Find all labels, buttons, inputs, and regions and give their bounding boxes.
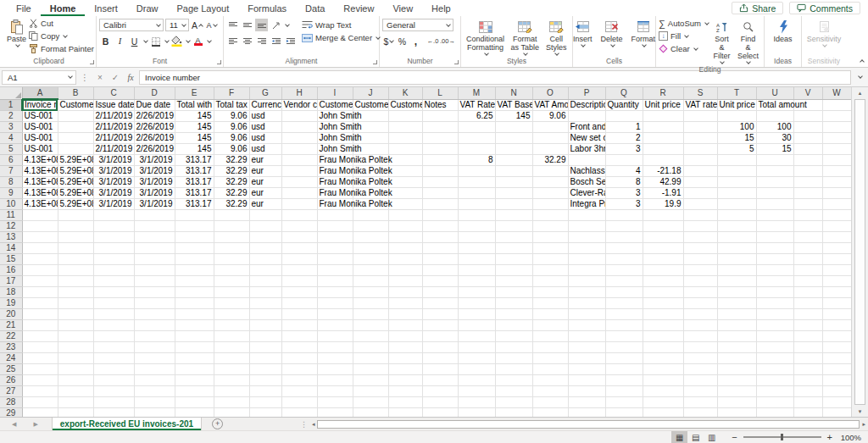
cell-M9[interactable] <box>458 188 495 199</box>
comments-button[interactable]: Comments <box>789 2 860 14</box>
cell-S3[interactable] <box>683 122 717 133</box>
row-header-12[interactable]: 12 <box>0 221 22 232</box>
cell-V15[interactable] <box>793 254 822 265</box>
cell-L24[interactable] <box>422 353 458 364</box>
cell-F16[interactable] <box>214 265 249 276</box>
tab-view[interactable]: View <box>383 0 422 16</box>
cell-H26[interactable] <box>281 375 317 386</box>
tab-page-layout[interactable]: Page Layout <box>167 0 238 16</box>
cell-G1[interactable]: Currency <box>249 99 281 111</box>
cell-C12[interactable] <box>93 221 134 232</box>
cell-H15[interactable] <box>281 254 317 265</box>
cell-D6[interactable]: 3/1/2019 <box>134 155 175 166</box>
fill-button[interactable]: ↓ Fill <box>659 30 709 42</box>
tab-help[interactable]: Help <box>422 0 460 16</box>
cell-H11[interactable] <box>281 210 317 221</box>
cell-R9[interactable]: -1.91 <box>643 188 683 199</box>
cell-I21[interactable] <box>317 320 353 331</box>
zoom-slider-thumb[interactable] <box>781 434 783 440</box>
cell-C21[interactable] <box>93 320 134 331</box>
cell-G5[interactable]: usd <box>249 144 281 155</box>
cell-F8[interactable]: 32.29 <box>214 177 249 188</box>
cell-W17[interactable] <box>822 276 851 287</box>
cell-E6[interactable]: 313.17 <box>175 155 214 166</box>
cell-T18[interactable] <box>717 287 756 298</box>
cell-N14[interactable] <box>495 243 532 254</box>
cell-I29[interactable] <box>317 408 353 418</box>
cell-W9[interactable] <box>822 188 851 199</box>
cell-A12[interactable] <box>22 221 58 232</box>
row-header-22[interactable]: 22 <box>0 331 22 342</box>
cell-N2[interactable]: 145 <box>495 111 532 122</box>
cell-D7[interactable]: 3/1/2019 <box>134 166 175 177</box>
cell-D20[interactable] <box>134 309 175 320</box>
cell-P21[interactable] <box>568 320 605 331</box>
cell-A24[interactable] <box>22 353 58 364</box>
cell-N3[interactable] <box>495 122 532 133</box>
cell-E12[interactable] <box>175 221 214 232</box>
cell-F20[interactable] <box>214 309 249 320</box>
cell-G20[interactable] <box>249 309 281 320</box>
zoom-level[interactable]: 100% <box>832 433 861 442</box>
cell-D17[interactable] <box>134 276 175 287</box>
cell-C24[interactable] <box>93 353 134 364</box>
cell-D3[interactable]: 2/26/2019 <box>134 122 175 133</box>
cell-R13[interactable] <box>643 232 683 243</box>
align-right-button[interactable] <box>255 35 268 47</box>
cell-D24[interactable] <box>134 353 175 364</box>
cell-C2[interactable]: 2/11/2019 <box>93 111 134 122</box>
cell-O3[interactable] <box>532 122 568 133</box>
cell-O23[interactable] <box>532 342 568 353</box>
cell-T3[interactable]: 100 <box>717 122 756 133</box>
cell-E27[interactable] <box>175 386 214 397</box>
cell-H20[interactable] <box>281 309 317 320</box>
cell-N22[interactable] <box>495 331 532 342</box>
cell-K10[interactable] <box>388 199 422 210</box>
cell-M3[interactable] <box>458 122 495 133</box>
cell-D14[interactable] <box>134 243 175 254</box>
cell-K14[interactable] <box>388 243 422 254</box>
cell-N25[interactable] <box>495 364 532 375</box>
cell-G7[interactable]: eur <box>249 166 281 177</box>
cell-A17[interactable] <box>22 276 58 287</box>
cell-R4[interactable] <box>643 133 683 144</box>
cell-B10[interactable]: 5.29E+08 <box>58 199 93 210</box>
cell-U25[interactable] <box>756 364 793 375</box>
cell-H22[interactable] <box>281 331 317 342</box>
cell-Q12[interactable] <box>605 221 643 232</box>
cell-R8[interactable]: 42.99 <box>643 177 683 188</box>
dialog-launcher-icon[interactable] <box>90 60 94 64</box>
cell-L16[interactable] <box>422 265 458 276</box>
row-header-14[interactable]: 14 <box>0 243 22 254</box>
cell-T25[interactable] <box>717 364 756 375</box>
cell-P15[interactable] <box>568 254 605 265</box>
cell-O17[interactable] <box>532 276 568 287</box>
cell-L23[interactable] <box>422 342 458 353</box>
cell-E2[interactable]: 145 <box>175 111 214 122</box>
cell-M21[interactable] <box>458 320 495 331</box>
cell-H14[interactable] <box>281 243 317 254</box>
cell-S26[interactable] <box>683 375 717 386</box>
cell-K6[interactable] <box>388 155 422 166</box>
ideas-button[interactable]: Ideas <box>771 17 794 43</box>
cell-F24[interactable] <box>214 353 249 364</box>
cell-A14[interactable] <box>22 243 58 254</box>
cell-G27[interactable] <box>249 386 281 397</box>
cell-I27[interactable] <box>317 386 353 397</box>
cell-O10[interactable] <box>532 199 568 210</box>
cell-F27[interactable] <box>214 386 249 397</box>
row-header-18[interactable]: 18 <box>0 287 22 298</box>
cell-Q18[interactable] <box>605 287 643 298</box>
cell-L13[interactable] <box>422 232 458 243</box>
cell-A23[interactable] <box>22 342 58 353</box>
cell-K11[interactable] <box>388 210 422 221</box>
cell-K8[interactable] <box>388 177 422 188</box>
cell-B4[interactable] <box>58 133 93 144</box>
copy-button[interactable]: Copy <box>29 30 94 42</box>
cell-M4[interactable] <box>458 133 495 144</box>
column-header-P[interactable]: P <box>568 87 605 99</box>
column-header-M[interactable]: M <box>458 87 495 99</box>
row-header-17[interactable]: 17 <box>0 276 22 287</box>
cell-U29[interactable] <box>756 408 793 418</box>
cell-F29[interactable] <box>214 408 249 418</box>
